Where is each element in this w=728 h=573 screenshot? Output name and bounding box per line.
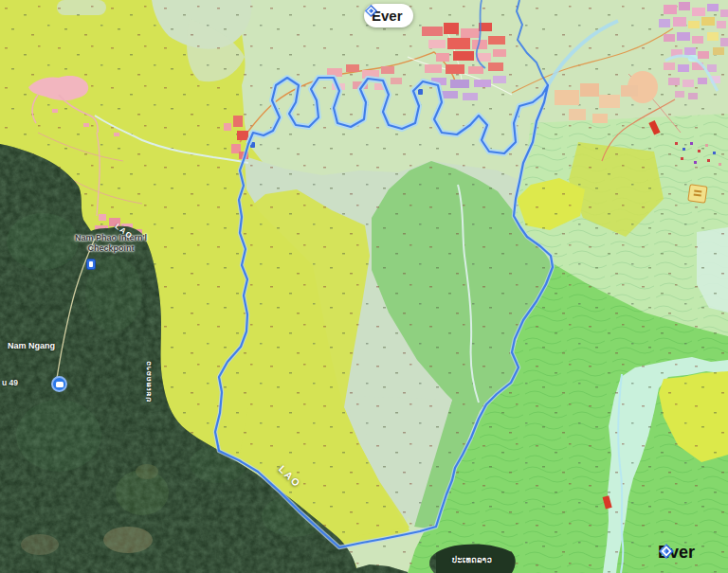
photo-sphere-marker-icon[interactable] bbox=[51, 376, 67, 392]
map-viewport: Nam Phao Intern'l Checkpoint Nam Ngang u… bbox=[0, 0, 728, 573]
checkpoint-label[interactable]: Nam Phao Intern'l Checkpoint bbox=[64, 233, 157, 255]
route-shield-mini-2[interactable] bbox=[418, 89, 423, 95]
camera-icon bbox=[56, 382, 64, 387]
map-canvas[interactable] bbox=[0, 0, 728, 573]
checkpoint-label-line1: Nam Phao Intern'l bbox=[64, 233, 157, 243]
route-shield-icon[interactable] bbox=[86, 259, 96, 270]
ever-diamond-icon bbox=[364, 4, 378, 18]
yellow-permit-badge[interactable] bbox=[688, 185, 707, 203]
ever-logo-pill[interactable]: Ever bbox=[364, 4, 413, 27]
ever-diamond-icon bbox=[658, 543, 675, 560]
route-shield-glyph bbox=[89, 261, 93, 267]
checkpoint-label-line2: Checkpoint bbox=[64, 243, 157, 254]
ever-logo-corner[interactable]: Ever bbox=[658, 543, 695, 563]
